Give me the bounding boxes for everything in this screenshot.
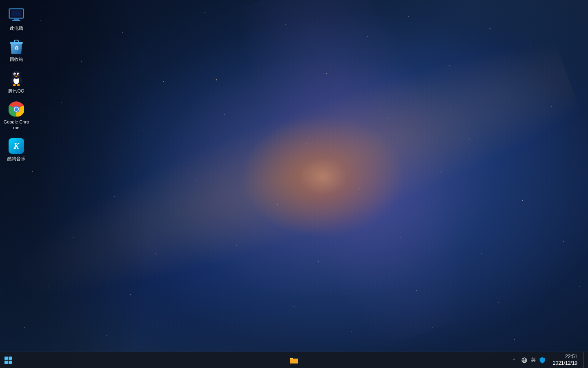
chrome-label: Google Chrome: [3, 119, 29, 131]
taskbar-right: ^ 英: [512, 352, 588, 368]
svg-text:♻: ♻: [14, 45, 19, 51]
globe-icon: [521, 357, 527, 363]
svg-rect-5: [11, 11, 21, 16]
svg-point-29: [15, 107, 18, 111]
svg-point-22: [17, 84, 20, 86]
qq-label: 腾讯QQ: [8, 88, 24, 94]
svg-rect-3: [12, 20, 20, 21]
desktop-icon-kuwo-music[interactable]: K 酷狗音乐: [1, 135, 32, 165]
tray-icons: 英: [519, 356, 547, 364]
svg-rect-7: [14, 40, 18, 43]
desktop-icon-google-chrome[interactable]: Google Chrome: [1, 98, 32, 134]
desktop-icon-tencent-qq[interactable]: 腾讯QQ: [1, 67, 32, 97]
taskbar: ^ 英: [0, 352, 588, 368]
svg-point-14: [14, 73, 16, 75]
svg-point-18: [16, 76, 18, 77]
tray-expand-button[interactable]: ^: [512, 357, 517, 364]
svg-point-15: [18, 73, 19, 75]
desktop-icons-area: 此电脑 ♻: [0, 0, 33, 170]
clock-time: 22:51: [565, 354, 577, 360]
desktop: 此电脑 ♻: [0, 0, 588, 368]
taskbar-file-explorer[interactable]: [286, 352, 302, 368]
taskbar-left: [0, 352, 16, 368]
language-label[interactable]: 英: [529, 356, 537, 364]
svg-point-16: [15, 74, 16, 74]
show-desktop-button[interactable]: [583, 352, 585, 368]
computer-icon: [8, 7, 24, 24]
svg-text:K: K: [13, 141, 20, 150]
svg-point-21: [13, 84, 16, 86]
clock-date: 2021/12/19: [553, 360, 577, 367]
windows-logo-icon: [4, 357, 12, 364]
desktop-icon-my-computer[interactable]: 此电脑: [1, 4, 32, 34]
desktop-icon-recycle-bin[interactable]: ♻ 回收站: [1, 35, 32, 65]
qq-icon: [8, 70, 24, 86]
my-computer-label: 此电脑: [10, 25, 23, 31]
security-icon[interactable]: [539, 357, 546, 364]
bg-overlay: [0, 0, 588, 368]
shield-icon: [539, 357, 545, 364]
svg-point-11: [12, 71, 20, 79]
recycle-bin-label: 回收站: [10, 56, 23, 62]
svg-rect-2: [14, 19, 19, 20]
chrome-icon: [8, 101, 24, 117]
language-icon[interactable]: [521, 357, 528, 364]
kuwo-label: 酷狗音乐: [7, 156, 25, 162]
clock-area[interactable]: 22:51 2021/12/19: [550, 353, 581, 367]
taskbar-center: [286, 352, 302, 368]
start-button[interactable]: [0, 352, 16, 368]
svg-point-17: [18, 74, 19, 74]
folder-icon: [290, 356, 298, 364]
kuwo-icon: K: [8, 138, 24, 154]
recycle-bin-icon: ♻: [8, 38, 24, 55]
